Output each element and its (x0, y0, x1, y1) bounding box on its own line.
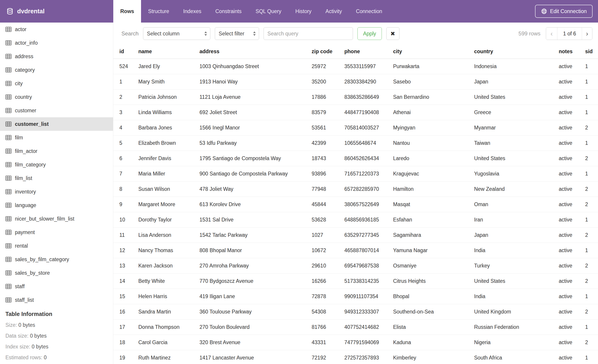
tab-indexes[interactable]: Indexes (176, 0, 208, 23)
sidebar-item-sales-by-film-category[interactable]: sales_by_film_category (0, 253, 113, 266)
next-page-button[interactable]: › (582, 27, 592, 40)
table-row[interactable]: 3Linda Williams692 Joliet Street83579448… (113, 105, 598, 120)
table-grid-icon (5, 148, 11, 154)
table-cell: 478 Joliet Way (199, 181, 312, 197)
sidebar-item-language[interactable]: language (0, 198, 113, 212)
table-cell: 53 Idfu Parkway (199, 135, 312, 151)
sidebar-item-address[interactable]: address (0, 50, 113, 63)
sidebar-item-nicer-but-slower-film-list[interactable]: nicer_but_slower_film_list (0, 212, 113, 226)
tab-rows[interactable]: Rows (113, 0, 141, 23)
sidebar-item-film[interactable]: film (0, 131, 113, 144)
column-header-city[interactable]: city (393, 45, 474, 59)
table-cell: 1 (585, 74, 598, 89)
sidebar-item-customer-list[interactable]: customer_list (0, 117, 113, 131)
search-toolbar: Search Select column Select filter (113, 23, 598, 45)
sidebar-item-rental[interactable]: rental (0, 239, 113, 253)
sidebar-item-city[interactable]: city (0, 77, 113, 90)
table-row[interactable]: 13Karen Jackson270 Amroha Parkway2961069… (113, 258, 598, 273)
column-header-name[interactable]: name (138, 45, 199, 59)
edit-connection-button[interactable]: Edit Connection (535, 5, 593, 18)
table-cell: 1003 Qinhuangdao Street (199, 59, 312, 74)
table-row[interactable]: 17Donna Thompson270 Toulon Boulevard8176… (113, 319, 598, 335)
tab-history[interactable]: History (288, 0, 319, 23)
sidebar-item-actor[interactable]: actor (0, 23, 113, 36)
sidebar-item-inventory[interactable]: inventory (0, 185, 113, 198)
table-cell: 270 Amroha Parkway (199, 258, 312, 273)
table-row[interactable]: 10Dorothy Taylor1531 Sal Drive5362864885… (113, 212, 598, 227)
table-row[interactable]: 15Helen Harris419 Iligan Lane72878990911… (113, 289, 598, 304)
table-cell: Patricia Johnson (138, 89, 199, 105)
sidebar-item-staff[interactable]: staff (0, 280, 113, 293)
table-row[interactable]: 8Susan Wilson478 Joliet Way7794865728228… (113, 181, 598, 197)
tab-connection[interactable]: Connection (349, 0, 389, 23)
table-row[interactable]: 7Maria Miller900 Santiago de Compostela … (113, 166, 598, 181)
table-row[interactable]: 16Sandra Martin360 Toulouse Parkway54308… (113, 304, 598, 319)
tab-structure[interactable]: Structure (141, 0, 176, 23)
table-cell: 1027 (312, 227, 344, 243)
table-name-label: film_actor (15, 148, 37, 154)
apply-button[interactable]: Apply (357, 27, 382, 40)
table-row[interactable]: 14Betty White770 Bydgoszcz Avenue1626651… (113, 273, 598, 289)
table-cell: Sandra Martin (138, 304, 199, 319)
table-row[interactable]: 9Margaret Moore613 Korolev Drive45844380… (113, 197, 598, 212)
table-cell: Margaret Moore (138, 197, 199, 212)
table-row[interactable]: 19Ruth Martinez1417 Lancaster Avenue7219… (113, 350, 598, 364)
table-cell: 43331 (312, 335, 344, 350)
prev-page-button[interactable]: ‹ (546, 27, 557, 40)
sidebar-item-film-actor[interactable]: film_actor (0, 144, 113, 158)
table-cell: 1542 Tarlac Parkway (199, 227, 312, 243)
table-row[interactable]: 4Barbara Jones1566 Inegl Manor5356170581… (113, 120, 598, 135)
data-table: idnameaddresszip codephonecitycountrynot… (113, 45, 598, 364)
column-select[interactable]: Select column (143, 27, 210, 40)
column-header-country[interactable]: country (474, 45, 559, 59)
search-query-input[interactable] (264, 27, 353, 40)
table-cell: 657282285970 (344, 181, 393, 197)
sidebar-item-staff-list[interactable]: staff_list (0, 293, 113, 307)
sidebar-item-customer[interactable]: customer (0, 104, 113, 117)
table-cell: 18 (113, 335, 138, 350)
table-cell: 2 (585, 304, 598, 319)
column-header-phone[interactable]: phone (344, 45, 393, 59)
tab-activity[interactable]: Activity (318, 0, 349, 23)
tab-sql-query[interactable]: SQL Query (249, 0, 288, 23)
sidebar-item-country[interactable]: country (0, 90, 113, 104)
column-header-sid[interactable]: sid (585, 45, 598, 59)
table-cell: Ruth Martinez (138, 350, 199, 364)
table-cell: Greece (474, 105, 559, 120)
column-header-address[interactable]: address (199, 45, 312, 59)
filter-select[interactable]: Select filter (215, 27, 259, 40)
column-header-zip-code[interactable]: zip code (312, 45, 344, 59)
sidebar-item-film-category[interactable]: film_category (0, 158, 113, 171)
sidebar-item-payment[interactable]: payment (0, 226, 113, 239)
sidebar-item-actor-info[interactable]: actor_info (0, 36, 113, 50)
info-label: Index size: (5, 344, 32, 349)
sidebar-item-film-list[interactable]: film_list (0, 171, 113, 185)
table-info-index-size: Index size: 0 bytes (5, 341, 113, 352)
table-row[interactable]: 6Jennifer Davis1795 Santiago de Composte… (113, 151, 598, 166)
table-cell: 8 (113, 181, 138, 197)
column-header-notes[interactable]: notes (559, 45, 585, 59)
clear-search-button[interactable]: ✖ (386, 27, 399, 40)
table-cell: 72192 (312, 350, 344, 364)
table-cell: 517338314235 (344, 273, 393, 289)
table-row[interactable]: 18Carol Garcia320 Brest Avenue4333174779… (113, 335, 598, 350)
sidebar-item-category[interactable]: category (0, 63, 113, 77)
table-cell: 949312333307 (344, 304, 393, 319)
table-cell: Laredo (393, 151, 474, 166)
table-row[interactable]: 2Patricia Johnson1121 Loja Avenue1788683… (113, 89, 598, 105)
table-row[interactable]: 12Nancy Thomas808 Bhopal Manor1067246588… (113, 243, 598, 258)
sidebar-item-sales-by-store[interactable]: sales_by_store (0, 266, 113, 280)
tab-constraints[interactable]: Constraints (208, 0, 249, 23)
table-cell: 695479687538 (344, 258, 393, 273)
table-cell: Southend-on-Sea (393, 304, 474, 319)
table-row[interactable]: 5Elizabeth Brown53 Idfu Parkway423991065… (113, 135, 598, 151)
table-row[interactable]: 524Jared Ely1003 Qinhuangdao Street25972… (113, 59, 598, 74)
table-cell: 11 (113, 227, 138, 243)
table-row[interactable]: 1Mary Smith1913 Hanoi Way352002830338429… (113, 74, 598, 89)
column-header-id[interactable]: id (113, 45, 138, 59)
table-cell: Susan Wilson (138, 181, 199, 197)
table-cell: Oman (474, 197, 559, 212)
table-cell: 93896 (312, 166, 344, 181)
table-row[interactable]: 11Lisa Anderson1542 Tarlac Parkway102763… (113, 227, 598, 243)
table-cell: active (559, 319, 585, 335)
